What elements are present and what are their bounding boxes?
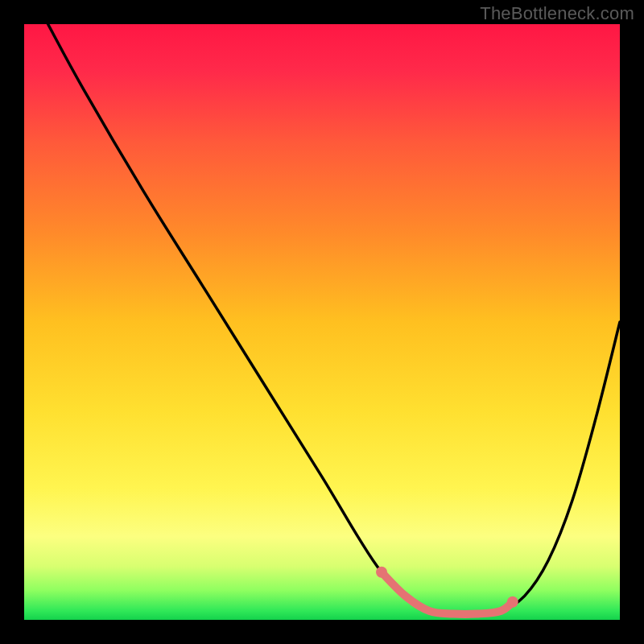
gradient-background (24, 24, 620, 620)
endpoint-dot (507, 597, 518, 608)
bottleneck-chart (24, 24, 620, 620)
chart-plot-area (24, 24, 620, 620)
watermark-label: TheBottleneck.com (480, 3, 634, 24)
endpoint-dot (376, 567, 387, 578)
